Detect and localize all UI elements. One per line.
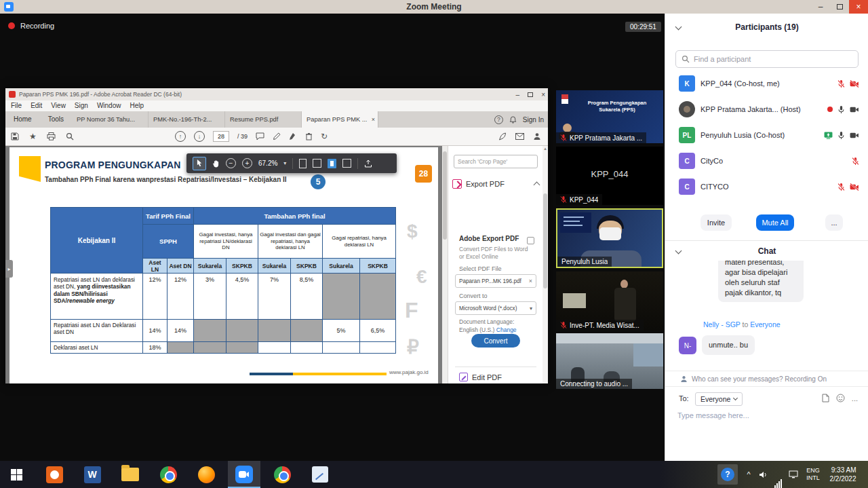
minimize-button[interactable]: – <box>811 0 830 14</box>
hand-tool-icon[interactable] <box>212 159 220 168</box>
acrobat-minimize-button[interactable]: – <box>516 91 520 98</box>
fill-sign-pen-icon[interactable] <box>289 132 297 140</box>
help-icon[interactable]: ? <box>494 115 503 124</box>
zoom-out-icon[interactable]: − <box>226 158 236 168</box>
taskbar-word[interactable]: W <box>76 461 108 488</box>
start-button[interactable] <box>0 461 33 488</box>
taskbar-chrome[interactable] <box>152 461 184 488</box>
convert-button[interactable]: Convert <box>471 334 520 348</box>
acrobat-close-button[interactable]: × <box>541 91 545 98</box>
video-tile-kpp-pratama[interactable]: Program PengungkapanSukarela (PPS) KPP P… <box>556 90 663 143</box>
search-input[interactable] <box>694 55 852 63</box>
tab-home[interactable]: Home <box>5 111 40 128</box>
menu-file[interactable]: File <box>11 100 22 111</box>
scrollbar-thumb[interactable] <box>443 151 447 240</box>
collapse-chevron-icon[interactable] <box>534 182 540 189</box>
close-button[interactable]: × <box>849 0 868 14</box>
doc-tab-pmk-196[interactable]: PMK-No.-196-Th-2... <box>149 111 225 128</box>
tab-close-icon[interactable]: × <box>372 111 375 128</box>
video-tile-inve-pt-media[interactable]: Inve-PT. Media Wisat... <box>556 271 663 331</box>
tools-search-input[interactable] <box>454 155 538 168</box>
sign-in-button[interactable]: Sign In <box>523 116 544 124</box>
tab-tools[interactable]: Tools <box>40 111 72 128</box>
more-options-button[interactable]: ... <box>825 214 843 231</box>
print-icon[interactable] <box>47 132 56 140</box>
zoom-in-icon[interactable]: + <box>242 158 252 168</box>
taskbar-file-explorer[interactable] <box>114 461 146 488</box>
restore-button[interactable] <box>830 0 849 14</box>
taskbar-zoom-active[interactable] <box>228 461 260 488</box>
sender-name[interactable]: Nelly - SGP <box>703 320 741 329</box>
share-upload-icon[interactable] <box>364 159 372 168</box>
network-signal-icon[interactable] <box>770 461 785 488</box>
menu-sign[interactable]: Sign <box>75 100 88 111</box>
tray-help-app[interactable]: ? <box>717 464 738 485</box>
comment-icon[interactable] <box>256 132 264 140</box>
tray-expand-icon[interactable]: ^ <box>742 470 755 478</box>
pc-network-icon[interactable] <box>785 470 802 478</box>
volume-icon[interactable] <box>755 471 770 478</box>
change-language-link[interactable]: Change <box>496 326 517 333</box>
menu-help[interactable]: Help <box>130 100 144 111</box>
menu-edit[interactable]: Edit <box>31 100 42 111</box>
zoom-dropdown-icon[interactable]: ▾ <box>283 160 286 166</box>
invite-button[interactable]: Invite <box>701 214 732 231</box>
panel-scrollbar[interactable]: ▴ <box>542 146 548 383</box>
participant-row[interactable]: KPP Pratama Jakarta... (Host) <box>665 99 868 119</box>
account-person-icon[interactable] <box>533 132 541 140</box>
participant-row[interactable]: C CityCo <box>665 151 868 171</box>
emoji-icon[interactable] <box>836 394 845 402</box>
participant-search[interactable] <box>675 50 859 68</box>
favorites-star-icon[interactable]: ★ <box>29 132 37 140</box>
privacy-text[interactable]: Who can see your messages? Recording On <box>692 375 827 383</box>
pencil-icon[interactable] <box>273 132 281 140</box>
refresh-icon[interactable]: ↻ <box>321 132 328 140</box>
edit-pdf-row[interactable]: Edit PDF <box>459 373 502 381</box>
doc-tab-paparan-pps-active[interactable]: Paparan PPS PMK ... × <box>302 111 378 128</box>
video-tile-connecting-audio[interactable]: Connecting to audio ... <box>556 333 663 389</box>
format-dropdown[interactable]: Microsoft Word (*.docx) ▾ <box>455 301 536 315</box>
video-tile-kpp-044[interactable]: KPP_044 KPP_044 <box>556 147 663 205</box>
remove-file-icon[interactable]: × <box>529 278 532 284</box>
fit-width-icon-active[interactable] <box>328 159 336 168</box>
select-tool-icon[interactable] <box>193 157 206 170</box>
taskbar-browser-2[interactable] <box>266 461 298 488</box>
participant-row[interactable]: K KPP_044 (Co-host, me) <box>665 73 868 94</box>
scrollbar-thumb[interactable] <box>543 193 547 288</box>
fit-page-icon[interactable] <box>313 159 321 168</box>
delete-trash-icon[interactable] <box>305 132 313 140</box>
menu-window[interactable]: Window <box>97 100 121 111</box>
doc-tab-resume-pps[interactable]: Resume PPS.pdf <box>225 111 302 128</box>
recipient-name[interactable]: Everyone <box>750 320 780 329</box>
share-icon[interactable] <box>527 237 534 244</box>
previous-page-icon[interactable]: ↑ <box>175 131 186 142</box>
selected-file-pill[interactable]: Paparan PP...MK 196.pdf × <box>455 274 536 288</box>
export-pdf-row[interactable]: Export PDF <box>452 175 539 193</box>
recipient-dropdown[interactable]: Everyone <box>695 392 743 406</box>
document-scrollbar[interactable] <box>442 146 448 383</box>
nav-pane-toggle[interactable]: ▸ <box>5 260 13 278</box>
chat-message-input[interactable] <box>677 411 847 419</box>
language-indicator[interactable]: ENGINTL <box>802 467 825 483</box>
save-icon[interactable] <box>11 132 19 140</box>
scroll-up-icon[interactable]: ▴ <box>542 146 548 151</box>
zoom-level[interactable]: 67.2% <box>258 159 277 167</box>
acrobat-restore-button[interactable] <box>528 92 533 97</box>
taskbar-editor[interactable] <box>304 461 336 488</box>
menu-view[interactable]: View <box>51 100 66 111</box>
email-envelope-icon[interactable] <box>515 133 524 140</box>
next-page-icon[interactable]: ↓ <box>194 131 205 142</box>
notifications-bell-icon[interactable] <box>509 116 517 124</box>
chat-history[interactable]: materi presentasi, agar bisa dipelajari … <box>665 261 868 315</box>
fullscreen-icon[interactable] <box>342 159 351 168</box>
participant-row[interactable]: C CITYCO <box>665 176 868 197</box>
single-page-view-icon[interactable] <box>299 159 307 168</box>
taskbar-firefox[interactable] <box>190 461 222 488</box>
mute-all-button[interactable]: Mute All <box>756 214 794 231</box>
file-attach-icon[interactable] <box>822 394 829 402</box>
search-icon[interactable] <box>66 132 74 140</box>
taskbar-media-app[interactable] <box>38 461 71 488</box>
page-number-input[interactable]: 28 <box>213 131 229 142</box>
video-tile-penyuluh-lusia-active-speaker[interactable]: Penyuluh Lusia <box>556 208 663 268</box>
participant-row[interactable]: PL Penyuluh Lusia (Co-host) <box>665 125 868 145</box>
